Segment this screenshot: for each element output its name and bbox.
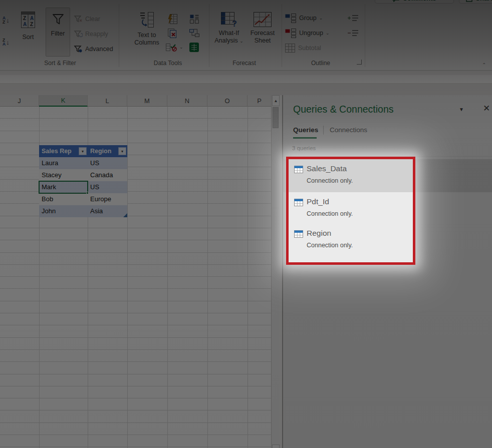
what-if-analysis-button[interactable]: ? What-If Analysis ⌄ (212, 8, 245, 58)
text-to-columns-button[interactable]: Text to Columns (129, 8, 164, 58)
show-detail-icon (348, 14, 359, 22)
column-header-j[interactable]: J (0, 95, 39, 107)
forecast-sheet-button[interactable]: Forecast Sheet (247, 8, 279, 58)
scroll-up-button[interactable]: ▲ (272, 95, 280, 106)
pane-options-caret-icon[interactable]: ▼ (459, 107, 464, 112)
ribbon-bottom-strip (0, 71, 492, 75)
svg-text:Z: Z (23, 16, 26, 21)
collapse-ribbon-icon[interactable]: ⌃ (482, 62, 486, 68)
reapply-button[interactable]: Reapply (74, 29, 108, 40)
query-item-pdt-id[interactable]: Pdt_Id Connection only. (289, 192, 413, 224)
share-button[interactable]: Share (459, 0, 492, 4)
tab-connections[interactable]: Connections (330, 126, 367, 134)
data-validation-button[interactable]: ⌄ (165, 42, 183, 52)
tab-queries[interactable]: Queries (293, 126, 318, 134)
ungroup-icon (285, 28, 297, 38)
group-separator (365, 4, 365, 67)
sort-label: Sort (23, 34, 34, 41)
vertical-scrollbar[interactable]: ▲ (271, 95, 279, 448)
reapply-label: Reapply (85, 31, 108, 38)
share-icon (466, 0, 472, 2)
hide-detail-button[interactable] (348, 29, 359, 37)
column-header-m[interactable]: M (127, 95, 167, 107)
cell-sales-rep[interactable]: Bob (39, 193, 88, 205)
gridline (167, 107, 168, 448)
scrollbar-thumb[interactable] (273, 107, 279, 128)
subtotal-icon (285, 43, 296, 53)
table-resize-handle[interactable] (123, 213, 127, 217)
column-header-p[interactable]: P (248, 95, 271, 107)
column-headers: J K L M N O P (0, 95, 271, 107)
cell-region[interactable]: Canada (88, 169, 127, 181)
sort-az-button[interactable]: AZ ↓ (3, 16, 10, 24)
filter-button[interactable]: Filter (46, 8, 70, 57)
manage-data-model-button[interactable] (188, 42, 200, 53)
column-header-n[interactable]: N (167, 95, 207, 107)
clear-label: Clear (85, 16, 100, 23)
table-row: Stacey Canada (39, 169, 127, 181)
column-header-l[interactable]: L (88, 95, 127, 107)
cell-sales-rep[interactable]: Stacey (39, 169, 88, 181)
formula-bar-gap (0, 84, 492, 95)
tab-separator (323, 126, 324, 135)
pane-close-icon[interactable]: ✕ (483, 103, 490, 114)
sort-button[interactable]: Z A A Z Sort (16, 8, 40, 58)
flash-fill-button[interactable] (167, 14, 178, 25)
ungroup-label: Ungroup (299, 30, 323, 37)
consolidate-button[interactable] (189, 14, 200, 25)
queries-connections-pane: Queries & Connections ▼ ✕ Queries Connec… (282, 95, 492, 448)
what-if-label-1: What-If (219, 30, 239, 37)
ungroup-button[interactable]: Ungroup ⌄ (285, 28, 330, 39)
relationships-button[interactable] (189, 28, 200, 39)
group-icon (285, 13, 297, 23)
filter-dropdown-sales-rep[interactable]: ▾ (79, 147, 87, 155)
scroll-down-button[interactable] (272, 444, 280, 448)
advanced-filter-icon (74, 45, 83, 53)
remove-duplicates-button[interactable] (167, 28, 178, 39)
sort-za-button[interactable]: ZA ↓ (3, 38, 10, 46)
formula-bar[interactable] (0, 75, 492, 84)
share-label: Share (475, 0, 492, 2)
advanced-filter-button[interactable]: Advanced (74, 44, 113, 55)
outline-dialog-launcher[interactable] (357, 60, 362, 65)
gridline (127, 107, 128, 448)
sort-filter-group-label: Sort & Filter (20, 60, 100, 67)
clear-filter-button[interactable]: Clear (74, 14, 100, 25)
advanced-label: Advanced (85, 46, 113, 53)
cell-region[interactable]: US (88, 181, 127, 193)
query-item-sales-data[interactable]: Sales_Data Connection only. (289, 159, 413, 192)
group-button[interactable]: Group ⌄ (285, 13, 323, 24)
relationships-icon (189, 28, 200, 39)
hide-detail-icon (348, 29, 359, 37)
table-row: Bob Europe (39, 193, 127, 205)
cell-region[interactable]: US (88, 157, 127, 169)
group-separator (209, 4, 209, 67)
query-status: Connection only. (289, 238, 413, 249)
text-to-columns-label-2: Columns (134, 39, 159, 47)
gridline (248, 107, 248, 448)
query-table-icon (294, 230, 303, 238)
highlight-red-box: Sales_Data Connection only. Pdt_Id Conne… (286, 157, 415, 265)
column-header-o[interactable]: O (207, 95, 248, 107)
cell-region[interactable]: Europe (88, 193, 127, 205)
query-table-icon (294, 199, 303, 206)
query-name: Pdt_Id (289, 192, 413, 206)
sort-az-icon: AZ (3, 16, 6, 24)
remove-duplicates-icon (167, 28, 178, 39)
filter-funnel-icon (52, 13, 65, 26)
text-to-columns-label-1: Text to (138, 32, 156, 39)
cell-sales-rep[interactable]: John (39, 205, 88, 217)
down-arrow-icon: ↓ (6, 17, 10, 24)
show-detail-button[interactable] (348, 14, 359, 22)
query-item-region[interactable]: Region Connection only. (289, 224, 413, 255)
table-row: Laura US (39, 157, 127, 169)
comments-button[interactable]: Comments (375, 0, 454, 4)
cell-sales-rep[interactable]: Laura (39, 157, 88, 169)
subtotal-button[interactable]: Subtotal (285, 43, 321, 54)
fill-handle[interactable] (86, 192, 89, 194)
cell-region[interactable]: Asia (88, 205, 127, 217)
group-separator (282, 4, 282, 67)
filter-dropdown-region[interactable]: ▾ (118, 147, 126, 155)
reapply-icon (74, 30, 83, 38)
column-header-k[interactable]: K (39, 95, 88, 107)
